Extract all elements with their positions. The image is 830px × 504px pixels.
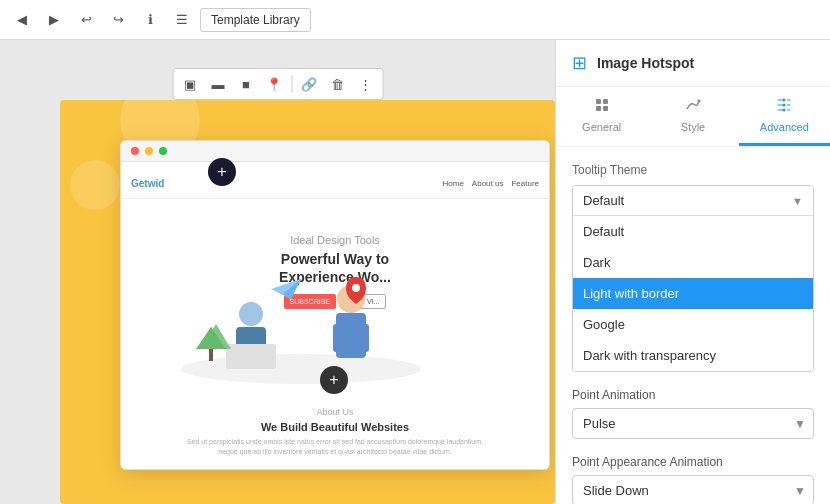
tooltip-theme-dropdown[interactable]: Default ▼ Default Dark Light with border… xyxy=(572,185,814,372)
menu-button[interactable]: ☰ xyxy=(168,6,196,34)
tab-advanced[interactable]: Advanced xyxy=(739,87,830,146)
nav-link-feature: Feature xyxy=(511,179,539,188)
svg-point-1 xyxy=(239,302,263,326)
yellow-section: Getwid Home About us Feature Ideal Desig… xyxy=(60,100,555,504)
right-panel: ⊞ Image Hotspot General xyxy=(555,40,830,504)
dot-red xyxy=(131,147,139,155)
panel-content: Tooltip Theme Default ▼ Default Dark Lig… xyxy=(556,147,830,504)
tab-style[interactable]: Style xyxy=(647,87,738,146)
option-light-with-border[interactable]: Light with border xyxy=(573,278,813,309)
about-title: About Us xyxy=(133,407,537,417)
hotspot-plus-2[interactable]: + xyxy=(320,366,348,394)
tab-bar: General Style Advanced xyxy=(556,87,830,147)
forward-button[interactable]: ▶ xyxy=(40,6,68,34)
sec-btn-link[interactable]: 🔗 xyxy=(296,71,322,97)
svg-point-8 xyxy=(352,284,360,292)
about-text-2: neque que ab illo inventore veritatis et… xyxy=(133,447,537,457)
top-toolbar: ◀ ▶ ↩ ↪ ℹ ☰ Template Library xyxy=(0,0,830,40)
option-dark[interactable]: Dark xyxy=(573,247,813,278)
back-button[interactable]: ◀ xyxy=(8,6,36,34)
dropdown-options-list: Default Dark Light with border Google Da… xyxy=(573,216,813,371)
panel-icon: ⊞ xyxy=(572,52,587,74)
option-dark-with-transparency[interactable]: Dark with transparency xyxy=(573,340,813,371)
dot-yellow xyxy=(145,147,153,155)
svg-rect-12 xyxy=(596,99,601,104)
sec-btn-2[interactable]: ▬ xyxy=(205,71,231,97)
svg-point-0 xyxy=(181,354,421,384)
svg-rect-6 xyxy=(333,324,343,352)
svg-rect-3 xyxy=(226,344,276,369)
sec-btn-1[interactable]: ▣ xyxy=(177,71,203,97)
tab-advanced-label: Advanced xyxy=(760,121,809,133)
sec-btn-4[interactable]: 📍 xyxy=(261,71,287,97)
dot-green xyxy=(159,147,167,155)
browser-header xyxy=(121,141,549,162)
laptop-mockup: Getwid Home About us Feature Ideal Desig… xyxy=(120,140,550,470)
sec-btn-more[interactable]: ⋮ xyxy=(352,71,378,97)
point-appearance-dropdown[interactable]: Slide Down ▼ xyxy=(572,475,814,504)
canvas-area: ▣ ▬ ■ 📍 🔗 🗑 ⋮ xyxy=(0,40,555,504)
panel-title: Image Hotspot xyxy=(597,55,694,71)
general-tab-icon xyxy=(594,97,610,117)
sec-btn-delete[interactable]: 🗑 xyxy=(324,71,350,97)
point-animation-dropdown[interactable]: Pulse ▼ xyxy=(572,408,814,439)
panel-header: ⊞ Image Hotspot xyxy=(556,40,830,87)
svg-rect-15 xyxy=(603,106,608,111)
laptop-nav: Getwid Home About us Feature xyxy=(121,169,549,199)
laptop-hero-label: Ideal Design Tools xyxy=(279,234,391,246)
nav-link-home: Home xyxy=(443,179,464,188)
tooltip-theme-group: Tooltip Theme Default ▼ Default Dark Lig… xyxy=(572,163,814,372)
nav-link-about: About us xyxy=(472,179,504,188)
svg-point-16 xyxy=(697,100,700,103)
laptop-nav-links: Home About us Feature xyxy=(443,179,540,188)
point-animation-label: Point Animation xyxy=(572,388,814,402)
laptop-logo: Getwid xyxy=(131,178,164,189)
option-google[interactable]: Google xyxy=(573,309,813,340)
main-area: ▣ ▬ ■ 📍 🔗 🗑 ⋮ xyxy=(0,40,830,504)
illustration-svg xyxy=(171,269,431,389)
advanced-tab-icon xyxy=(776,97,792,117)
sec-btn-3[interactable]: ■ xyxy=(233,71,259,97)
tab-general[interactable]: General xyxy=(556,87,647,146)
point-animation-select[interactable]: Pulse xyxy=(572,408,814,439)
tab-general-label: General xyxy=(582,121,621,133)
undo-button[interactable]: ↩ xyxy=(72,6,100,34)
option-default[interactable]: Default xyxy=(573,216,813,247)
svg-rect-14 xyxy=(596,106,601,111)
point-appearance-select[interactable]: Slide Down xyxy=(572,475,814,504)
point-appearance-label: Point Appearance Animation xyxy=(572,455,814,469)
toolbar-divider-1 xyxy=(291,75,292,93)
deco-circle-2 xyxy=(70,160,120,210)
point-appearance-group: Point Appearance Animation Slide Down ▼ xyxy=(572,455,814,504)
tab-style-label: Style xyxy=(681,121,705,133)
dropdown-selected-value: Default xyxy=(583,193,624,208)
dropdown-arrow-icon: ▼ xyxy=(792,195,803,207)
svg-rect-11 xyxy=(209,349,213,361)
template-library-button[interactable]: Template Library xyxy=(200,8,311,32)
help-button[interactable]: ℹ xyxy=(136,6,164,34)
style-tab-icon xyxy=(685,97,701,117)
point-animation-group: Point Animation Pulse ▼ xyxy=(572,388,814,439)
about-section: About Us We Build Beautiful Websites Sed… xyxy=(121,395,549,469)
svg-rect-13 xyxy=(603,99,608,104)
dropdown-header[interactable]: Default ▼ xyxy=(573,186,813,216)
svg-rect-7 xyxy=(359,324,369,352)
secondary-toolbar: ▣ ▬ ■ 📍 🔗 🗑 ⋮ xyxy=(172,68,383,100)
about-text-1: Sed ut perspiciatis unde omnis iste natu… xyxy=(133,437,537,447)
hotspot-plus-1[interactable]: + xyxy=(208,158,236,186)
about-heading: We Build Beautiful Websites xyxy=(133,421,537,433)
tooltip-theme-label: Tooltip Theme xyxy=(572,163,814,177)
redo-button[interactable]: ↪ xyxy=(104,6,132,34)
